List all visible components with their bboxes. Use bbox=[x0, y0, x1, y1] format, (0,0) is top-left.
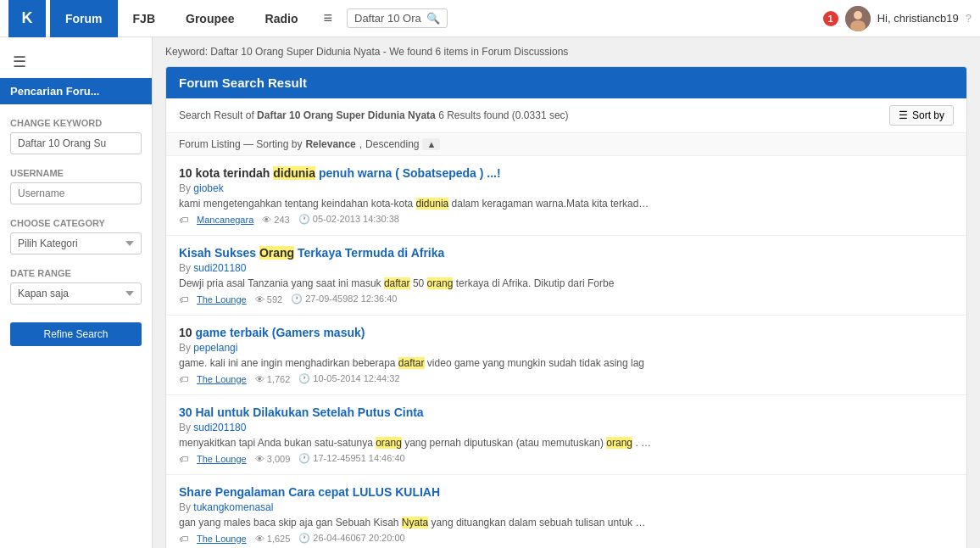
listing-bar: Forum Listing — Sorting by Relevance, De… bbox=[166, 133, 966, 156]
forum-by: By sudi201180 bbox=[179, 422, 954, 433]
forum-meta: 🏷The Lounge 👁 1,625 🕐 26-04-46067 20:20:… bbox=[179, 533, 954, 544]
sort-label: Sort by bbox=[912, 109, 944, 121]
category-section: CHOOSE CATEGORY Pilih Kategori bbox=[0, 211, 152, 261]
search-results-count: 6 Results found (0.0331 sec) bbox=[438, 109, 568, 121]
tag-link[interactable]: The Lounge bbox=[197, 534, 247, 544]
refine-section: Refine Search bbox=[0, 311, 152, 353]
forum-excerpt: gan yang males baca skip aja gan Sebuah … bbox=[179, 517, 654, 528]
forum-item: Share Pengalaman Cara cepat LULUS KULIAH… bbox=[166, 475, 966, 548]
sidebar-menu-icon[interactable]: ☰ bbox=[0, 46, 152, 78]
help-icon[interactable]: ? bbox=[966, 12, 972, 25]
views-count: 👁 3,009 bbox=[255, 454, 291, 464]
main-content: Keyword: Daftar 10 Orang Super Didunia N… bbox=[153, 37, 980, 548]
nav-right-area: 1 Hi, christiancb19 ? bbox=[823, 6, 972, 31]
author-link[interactable]: giobek bbox=[193, 182, 223, 194]
author-link[interactable]: pepelangi bbox=[193, 342, 237, 354]
sidebar-title: Pencarian Foru... bbox=[0, 78, 152, 104]
username-label: USERNAME bbox=[10, 168, 142, 178]
forum-item: 10 game terbaik (Gamers masuk) By pepela… bbox=[166, 316, 966, 395]
forum-item: Kisah Sukses Orang Terkaya Termuda di Af… bbox=[166, 236, 966, 316]
refine-search-button[interactable]: Refine Search bbox=[10, 322, 142, 346]
title-highlight: didunia bbox=[273, 166, 315, 180]
category-label: CHOOSE CATEGORY bbox=[10, 218, 142, 228]
search-info: Search Result of Daftar 10 Orang Super D… bbox=[179, 109, 569, 121]
views-count: 👁 1,625 bbox=[255, 534, 291, 544]
title-rest: penuh warna ( Sobatsepeda ) ...! bbox=[315, 166, 501, 180]
forum-excerpt: kami mengetengahkan tentang keindahan ko… bbox=[179, 198, 654, 210]
top-navigation: K Forum FJB Groupee Radio ≡ Daftar 10 Or… bbox=[0, 0, 980, 37]
nav-radio[interactable]: Radio bbox=[250, 0, 314, 37]
tag-link[interactable]: The Lounge bbox=[197, 454, 247, 464]
keyword-input[interactable] bbox=[10, 132, 142, 154]
forum-by: By sudi201180 bbox=[179, 262, 954, 274]
forum-item: 30 Hal untuk Dilakukan Setelah Putus Cin… bbox=[166, 395, 966, 475]
author-link[interactable]: sudi201180 bbox=[193, 422, 246, 433]
hamburger-icon[interactable]: ≡ bbox=[313, 9, 342, 27]
search-prefix: Search Result of bbox=[179, 109, 254, 121]
forum-meta: 🏷The Lounge 👁 1,762 🕐 10-05-2014 12:44:3… bbox=[179, 373, 954, 384]
tag-link[interactable]: The Lounge bbox=[197, 294, 247, 305]
body-layout: ☰ Pencarian Foru... CHANGE KEYWORD USERN… bbox=[0, 37, 980, 548]
forum-item-title[interactable]: 10 kota terindah didunia penuh warna ( S… bbox=[179, 166, 954, 180]
keyword-label: CHANGE KEYWORD bbox=[10, 118, 142, 128]
date-section: DATE RANGE Kapan saja bbox=[0, 261, 152, 311]
search-icon[interactable]: 🔍 bbox=[426, 12, 440, 25]
post-date: 🕐 05-02-2013 14:30:38 bbox=[298, 214, 399, 225]
tag-link[interactable]: Mancanegara bbox=[197, 215, 253, 225]
search-bar[interactable]: Daftar 10 Ora 🔍 bbox=[347, 8, 448, 28]
forum-item-title[interactable]: 10 game terbaik (Gamers masuk) bbox=[179, 326, 954, 339]
views-count: 👁 592 bbox=[255, 294, 282, 305]
keyword-text: Keyword: Daftar 10 Orang Super Didunia N… bbox=[165, 46, 568, 58]
forum-item-title[interactable]: 30 Hal untuk Dilakukan Setelah Putus Cin… bbox=[179, 405, 954, 419]
left-sidebar: ☰ Pencarian Foru... CHANGE KEYWORD USERN… bbox=[0, 37, 153, 548]
post-date: 🕐 27-09-45982 12:36:40 bbox=[291, 294, 397, 305]
sort-icon: ☰ bbox=[899, 109, 908, 121]
nav-forum[interactable]: Forum bbox=[50, 0, 118, 37]
post-date: 🕐 10-05-2014 12:44:32 bbox=[298, 373, 399, 384]
date-select[interactable]: Kapan saja bbox=[10, 282, 142, 305]
date-label: DATE RANGE bbox=[10, 268, 142, 278]
keyword-bar: Keyword: Daftar 10 Orang Super Didunia N… bbox=[165, 46, 967, 58]
search-keyword: Daftar 10 Orang Super Didunia Nyata bbox=[257, 109, 436, 121]
result-header: Forum Search Result bbox=[166, 67, 966, 98]
avatar[interactable] bbox=[845, 6, 871, 31]
forum-meta: 🏷The Lounge 👁 592 🕐 27-09-45982 12:36:40 bbox=[179, 294, 954, 305]
author-link[interactable]: sudi201180 bbox=[193, 262, 246, 274]
forum-meta: 🏷Mancanegara 👁 243 🕐 05-02-2013 14:30:38 bbox=[179, 214, 954, 225]
result-box: Forum Search Result Search Result of Daf… bbox=[165, 66, 967, 548]
username-input[interactable] bbox=[10, 182, 142, 204]
tag-link[interactable]: The Lounge bbox=[197, 374, 247, 384]
forum-by: By tukangkomenasal bbox=[179, 501, 954, 513]
post-date: 🕐 26-04-46067 20:20:00 bbox=[298, 533, 404, 544]
views-count: 👁 243 bbox=[262, 215, 289, 225]
category-select[interactable]: Pilih Kategori bbox=[10, 232, 142, 254]
listing-prefix: Forum Listing — Sorting by bbox=[179, 138, 302, 150]
notification-badge[interactable]: 1 bbox=[823, 11, 838, 26]
username-section: USERNAME bbox=[0, 161, 152, 211]
forum-by: By giobek bbox=[179, 182, 954, 194]
author-link[interactable]: tukangkomenasal bbox=[193, 501, 273, 513]
forum-excerpt: Dewji pria asal Tanzania yang saat ini m… bbox=[179, 277, 654, 289]
views-count: 👁 1,762 bbox=[255, 374, 291, 384]
forum-by: By pepelangi bbox=[179, 342, 954, 354]
forum-item-title[interactable]: Kisah Sukses Orang Terkaya Termuda di Af… bbox=[179, 246, 954, 260]
forum-item-title[interactable]: Share Pengalaman Cara cepat LULUS KULIAH bbox=[179, 485, 954, 499]
listing-sort: Relevance bbox=[305, 138, 355, 150]
forum-excerpt: menyakitkan tapi Anda bukan satu-satunya… bbox=[179, 437, 654, 449]
forum-meta: 🏷The Lounge 👁 3,009 🕐 17-12-45951 14:46:… bbox=[179, 453, 954, 464]
listing-order: Descending bbox=[365, 138, 419, 150]
forum-item: 10 kota terindah didunia penuh warna ( S… bbox=[166, 156, 966, 236]
listing-icon: ▲ bbox=[422, 138, 440, 150]
username-label: Hi, christiancb19 bbox=[877, 12, 959, 25]
nav-fjb[interactable]: FJB bbox=[118, 0, 170, 37]
title-num: 10 kota terindah bbox=[179, 166, 273, 180]
sort-by-button[interactable]: ☰ Sort by bbox=[889, 105, 954, 126]
search-text: Daftar 10 Ora bbox=[354, 12, 421, 25]
result-meta: Search Result of Daftar 10 Orang Super D… bbox=[166, 98, 966, 133]
svg-point-1 bbox=[854, 11, 862, 20]
nav-groupee[interactable]: Groupee bbox=[170, 0, 250, 37]
forum-excerpt: game. kali ini ane ingin menghadirkan be… bbox=[179, 357, 654, 369]
logo[interactable]: K bbox=[8, 0, 46, 37]
title-highlight: Orang bbox=[259, 246, 294, 260]
keyword-section: CHANGE KEYWORD bbox=[0, 111, 152, 161]
